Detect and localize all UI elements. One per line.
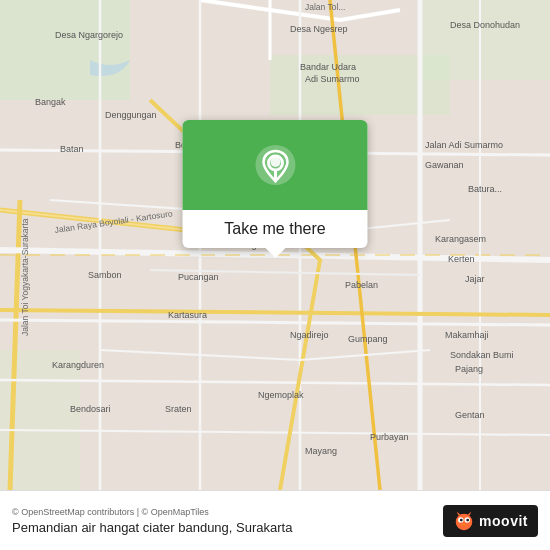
svg-text:Batura...: Batura... bbox=[468, 184, 502, 194]
svg-text:Jajar: Jajar bbox=[465, 274, 485, 284]
svg-text:Pajang: Pajang bbox=[455, 364, 483, 374]
svg-text:Pucangan: Pucangan bbox=[178, 272, 219, 282]
svg-text:Kartasura: Kartasura bbox=[168, 310, 207, 320]
popup-card: Take me there bbox=[183, 120, 368, 248]
svg-text:Karangasem: Karangasem bbox=[435, 234, 486, 244]
svg-text:Desa Ngargorejo: Desa Ngargorejo bbox=[55, 30, 123, 40]
svg-text:Batan: Batan bbox=[60, 144, 84, 154]
attribution-text: © OpenStreetMap contributors | © OpenMap… bbox=[12, 507, 443, 517]
svg-text:Ngemoplak: Ngemoplak bbox=[258, 390, 304, 400]
svg-text:Jalan Toi Yogyakarta-Surakarta: Jalan Toi Yogyakarta-Surakarta bbox=[20, 218, 30, 336]
moovit-logo[interactable]: moovit bbox=[443, 505, 538, 537]
svg-point-47 bbox=[466, 518, 469, 521]
popup-icon-area bbox=[183, 120, 368, 210]
svg-text:Pabelan: Pabelan bbox=[345, 280, 378, 290]
place-name: Pemandian air hangat ciater bandung, Sur… bbox=[12, 520, 443, 535]
svg-text:Bandar Udara: Bandar Udara bbox=[300, 62, 356, 72]
svg-text:Gumpang: Gumpang bbox=[348, 334, 388, 344]
svg-text:Ngadirejo: Ngadirejo bbox=[290, 330, 329, 340]
svg-text:Kerten: Kerten bbox=[448, 254, 475, 264]
svg-text:Denggungan: Denggungan bbox=[105, 110, 157, 120]
svg-text:Jalan Adi Sumarmo: Jalan Adi Sumarmo bbox=[425, 140, 503, 150]
svg-text:Bangak: Bangak bbox=[35, 97, 66, 107]
svg-rect-3 bbox=[420, 0, 550, 80]
take-me-there-button[interactable]: Take me there bbox=[224, 220, 325, 238]
svg-text:Bendosari: Bendosari bbox=[70, 404, 111, 414]
svg-text:Mayang: Mayang bbox=[305, 446, 337, 456]
svg-text:Desa Ngesrep: Desa Ngesrep bbox=[290, 24, 348, 34]
svg-point-46 bbox=[460, 518, 463, 521]
svg-text:Adi Sumarmo: Adi Sumarmo bbox=[305, 74, 360, 84]
svg-text:Desa Donohudan: Desa Donohudan bbox=[450, 20, 520, 30]
popup-button-area[interactable]: Take me there bbox=[183, 210, 368, 248]
svg-text:Makamhaji: Makamhaji bbox=[445, 330, 489, 340]
svg-point-42 bbox=[270, 157, 280, 167]
svg-text:Karangduren: Karangduren bbox=[52, 360, 104, 370]
svg-text:Sraten: Sraten bbox=[165, 404, 192, 414]
svg-text:Sambon: Sambon bbox=[88, 270, 122, 280]
location-pin-icon bbox=[253, 143, 297, 187]
bottom-info: © OpenStreetMap contributors | © OpenMap… bbox=[12, 507, 443, 535]
svg-text:Gentan: Gentan bbox=[455, 410, 485, 420]
moovit-brand-text: moovit bbox=[479, 513, 528, 529]
svg-text:Jalan Tol...: Jalan Tol... bbox=[305, 2, 345, 12]
svg-text:Gawanan: Gawanan bbox=[425, 160, 464, 170]
svg-point-43 bbox=[456, 513, 473, 530]
svg-text:Purbayan: Purbayan bbox=[370, 432, 409, 442]
moovit-icon bbox=[453, 510, 475, 532]
map-container: Desa Ngargorejo Desa Ngesrep Desa Donohu… bbox=[0, 0, 550, 490]
svg-text:Sondakan Bumi: Sondakan Bumi bbox=[450, 350, 514, 360]
bottom-bar: © OpenStreetMap contributors | © OpenMap… bbox=[0, 490, 550, 550]
svg-rect-1 bbox=[0, 0, 130, 100]
